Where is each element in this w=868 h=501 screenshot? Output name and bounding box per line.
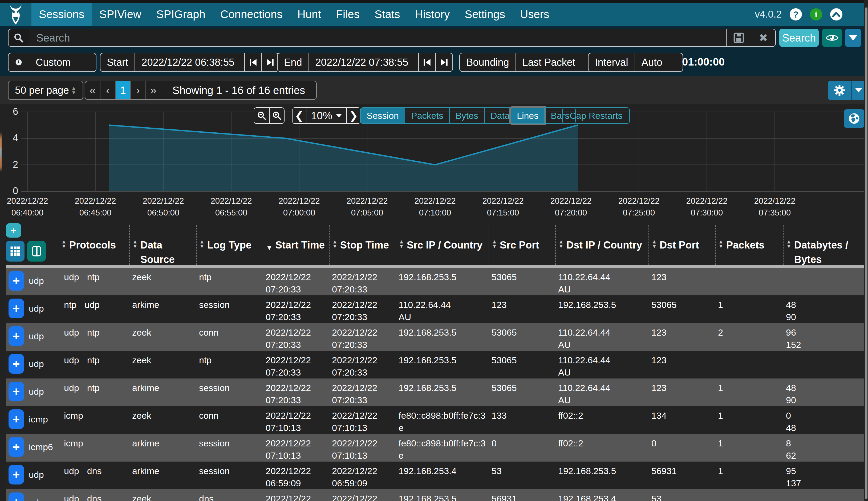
x-tick-date: 2022/12/22 [1,195,54,207]
databytes-value: 0 [786,409,858,422]
views-eye-button[interactable] [822,29,842,47]
pager-first-button[interactable]: « [85,81,100,99]
zoom-out-button[interactable] [254,107,269,124]
sort-header[interactable]: ▼Start Time [266,238,329,255]
sort-header[interactable]: ▲▼Log Type [199,238,263,252]
nav-item-files[interactable]: Files [328,3,367,26]
ip-value[interactable]: ff02::2 [558,437,646,449]
expand-session-button[interactable]: + [9,492,24,501]
sort-header[interactable]: ▲▼Src Port [492,238,555,252]
sort-header[interactable]: ▲▼Data Source [133,238,196,267]
expand-session-button[interactable]: + [9,465,24,484]
ip-value[interactable]: 192.168.253.5 [399,271,486,283]
nav-item-spiview[interactable]: SPIView [92,3,149,26]
pager-prev-button[interactable]: ‹ [100,81,116,99]
map-toggle-button[interactable] [844,109,865,128]
save-search-button[interactable] [726,29,751,46]
x-tick-date: 2022/12/22 [612,195,666,207]
search-button[interactable]: Search [779,29,819,47]
bounding-select[interactable]: Last Packet [516,53,600,71]
clear-search-button[interactable]: ✖ [751,29,775,46]
nav-item-hunt[interactable]: Hunt [290,3,328,26]
table-horizontal-scrollbar[interactable] [6,265,864,268]
sort-header[interactable]: ▲▼Stop Time [332,238,396,252]
nav-item-sessions[interactable]: Sessions [31,3,92,26]
pager-next-button[interactable]: › [131,81,146,99]
end-time-input[interactable]: 2022/12/22 07:38:55 [308,53,418,71]
scroll-top-icon[interactable] [830,8,843,21]
cap-restarts-button[interactable]: Cap Restarts [562,107,630,124]
page-scrollbar-thumb[interactable] [865,8,867,499]
arkime-logo[interactable] [0,3,31,26]
metric-button-packets[interactable]: Packets [405,107,450,124]
select-arrows-icon: ▲▼ [71,86,76,95]
help-icon[interactable]: ? [790,8,802,21]
ip-value[interactable]: 192.168.253.5 [399,354,486,366]
nav-item-users[interactable]: Users [512,3,557,26]
expand-session-button[interactable]: + [9,326,24,346]
sort-header[interactable]: ▲▼Protocols [61,238,129,252]
ip-value[interactable]: 192.168.253.5 [558,465,646,477]
ip-value[interactable]: 192.168.253.4 [399,465,486,477]
table-settings-button[interactable] [828,81,866,100]
sort-icon: ▲▼ [718,239,723,248]
snap-start-forward-button[interactable] [261,53,278,71]
ip-value[interactable]: 110.22.64.44 [558,271,646,283]
nav-item-connections[interactable]: Connections [213,3,290,26]
ip-value[interactable]: 192.168.253.5 [399,326,486,339]
expand-session-button[interactable]: + [9,437,24,457]
pager-page-1-button[interactable]: 1 [116,81,131,99]
nav-item-history[interactable]: History [407,3,457,26]
sort-header[interactable]: ▲▼Databytes / Bytes [786,238,861,267]
nav-item-settings[interactable]: Settings [457,3,512,26]
sort-header[interactable]: ▲▼Dst IP / Country [559,238,648,252]
ip-value[interactable]: 110.22.64.44 [558,382,646,394]
ip-value[interactable]: fe80::c898:b0ff:fe7c:3e [399,437,486,461]
main-navbar: SessionsSPIViewSPIGraphConnectionsHuntFi… [0,3,868,26]
metric-button-bytes[interactable]: Bytes [449,107,485,124]
snap-start-backward-button[interactable] [244,53,261,71]
pager-last-button[interactable]: » [146,81,161,99]
info-icon[interactable]: i [810,8,822,21]
date-line: 2022/12/22 [332,299,393,311]
page-size-select[interactable]: 50 per page ▲▼ [8,81,83,100]
pan-right-button[interactable]: ❯ [346,107,361,124]
pan-left-button[interactable]: ❮ [292,107,306,124]
expand-session-button[interactable]: + [9,271,24,290]
version-label: v4.0.2 [755,9,782,20]
nav-item-spigraph[interactable]: SPIGraph [149,3,213,26]
expand-session-button[interactable]: + [9,382,24,402]
table-settings-caret[interactable] [852,88,866,93]
time-preset-select[interactable]: Custom [29,53,96,71]
snap-end-backward-button[interactable] [418,53,435,71]
ip-value[interactable]: 192.168.253.5 [558,299,646,311]
ip-value[interactable]: 110.22.64.44 [558,354,646,366]
ip-value[interactable]: 110.22.64.44 [558,326,646,339]
expand-session-button[interactable]: + [9,354,24,374]
style-button-lines[interactable]: Lines [510,107,545,124]
ip-value[interactable]: 192.168.253.5 [399,492,486,501]
sort-header[interactable]: ▲▼Packets [718,238,783,252]
expand-session-button[interactable]: + [9,409,24,429]
sort-header[interactable]: ▲▼Dst Port [652,238,715,252]
cell-dst-port: 53 [649,489,715,501]
ip-value[interactable]: fe80::c898:b0ff:fe7c:3e [399,409,486,434]
nav-item-stats[interactable]: Stats [367,3,407,26]
interval-select[interactable]: Auto [635,53,682,71]
zoom-level-select[interactable]: 10% [306,107,346,124]
ip-value[interactable]: 110.22.64.44 [399,299,486,311]
snap-end-forward-button[interactable] [435,53,452,71]
country-code: AU [558,283,646,295]
ip-value[interactable]: ff02::2 [558,409,646,422]
ip-value[interactable]: 192.168.253.5 [399,382,486,394]
start-time-input[interactable]: 2022/12/22 06:38:55 [135,53,244,71]
sort-header[interactable]: ▲▼Src IP / Country [399,238,489,252]
metric-button-session[interactable]: Session [360,107,405,124]
zoom-in-button[interactable] [269,107,285,124]
expand-session-button[interactable]: + [9,299,24,318]
x-tick-time: 06:40:00 [1,207,54,219]
ip-value[interactable]: 192.168.253.4 [558,492,646,501]
time-line: 07:20:33 [332,366,393,379]
search-actions-dropdown[interactable] [845,29,861,47]
search-input[interactable] [29,29,726,46]
